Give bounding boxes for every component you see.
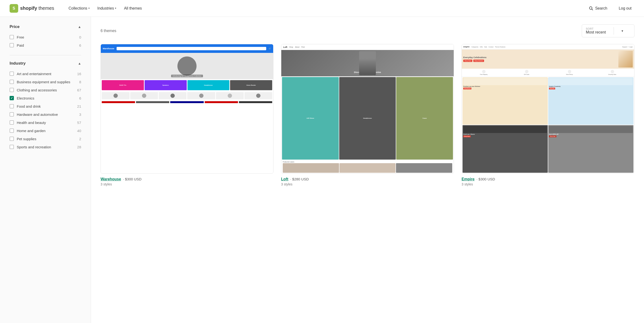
theme-name[interactable]: Warehouse — [100, 177, 121, 181]
filter-divider — [10, 55, 81, 55]
checkbox-paid[interactable] — [10, 43, 14, 47]
sort-divider — [614, 27, 614, 35]
price-filter-section: Price ▲ Free 0 Paid 6 — [10, 24, 81, 49]
filter-pets[interactable]: Pet supplies 2 — [10, 135, 81, 143]
theme-title-row: Warehouse · $300 USD — [100, 177, 274, 181]
filter-food[interactable]: Food and drink 21 — [10, 102, 81, 110]
chevron-down-icon: ▾ — [115, 7, 116, 10]
search-icon — [589, 6, 593, 10]
filter-home[interactable]: Home and garden 40 — [10, 127, 81, 135]
search-button[interactable]: Search — [586, 4, 610, 12]
checkbox-health[interactable] — [10, 120, 14, 125]
theme-name[interactable]: Empire — [462, 177, 474, 181]
svg-text:S: S — [13, 6, 15, 10]
loft-preview: Loft ShopAboutFind Discover tech accesso… — [281, 44, 454, 173]
filter-hardware[interactable]: Hardware and automotive 3 — [10, 110, 81, 118]
theme-styles: 3 styles — [100, 182, 274, 186]
shopify-logo-icon: S — [10, 4, 18, 13]
loft-featured: Featured cases — [281, 160, 454, 173]
logo-text: shopify themes — [20, 5, 54, 11]
warehouse-preview: Warehouse 🛒 Introducing the Headphones C… — [101, 44, 273, 173]
filter-health[interactable]: Health and beauty 57 — [10, 118, 81, 127]
page-layout: Price ▲ Free 0 Paid 6 Industry ▲ — [0, 17, 644, 323]
theme-thumbnail-loft: Loft ShopAboutFind Discover tech accesso… — [281, 44, 454, 174]
checkbox-art[interactable] — [10, 71, 14, 76]
theme-title-row: Loft · $280 USD — [281, 177, 454, 181]
filter-sports[interactable]: Sports and recreation 28 — [10, 143, 81, 151]
themes-count: 6 themes — [100, 29, 116, 33]
checkbox-hardware[interactable] — [10, 112, 14, 116]
chevron-up-icon: ▲ — [78, 61, 81, 65]
theme-card-warehouse[interactable]: Warehouse 🛒 Introducing the Headphones C… — [100, 44, 274, 186]
checkbox-pets[interactable] — [10, 137, 14, 141]
theme-card-loft[interactable]: Loft ShopAboutFind Discover tech accesso… — [281, 44, 454, 186]
theme-info-warehouse: Warehouse · $300 USD 3 styles — [100, 177, 274, 186]
theme-styles: 3 styles — [281, 182, 454, 186]
filter-free[interactable]: Free 0 — [10, 33, 81, 41]
main-nav: Collections ▾ Industries ▾ All themes — [66, 4, 586, 12]
theme-info-empire: Empire · $300 USD 3 styles — [462, 177, 634, 186]
logo[interactable]: S shopify themes — [10, 4, 54, 13]
main-content: 6 themes Sort Most recent ▾ Warehouse — [91, 17, 644, 323]
wh-hero: Introducing the Headphones Collection — [101, 53, 273, 79]
site-header: S shopify themes Collections ▾ Industrie… — [0, 0, 644, 17]
theme-thumbnail-empire: empire CategoriesGiftsSaleContactTheme F… — [462, 44, 634, 174]
theme-info-loft: Loft · $280 USD 3 styles — [281, 177, 454, 186]
theme-name[interactable]: Loft — [281, 177, 288, 181]
filter-clothing[interactable]: Clothing and accessories 67 — [10, 86, 81, 94]
chevron-down-icon: ▾ — [88, 7, 90, 10]
sort-label-group: Sort Most recent — [586, 27, 606, 34]
loft-header: Loft ShopAboutFind — [281, 44, 454, 50]
chevron-down-icon: ▾ — [622, 29, 623, 33]
nav-all-themes[interactable]: All themes — [121, 4, 145, 12]
theme-styles: 3 styles — [462, 182, 634, 186]
wh-products — [101, 91, 273, 100]
theme-price: · $280 USD — [290, 177, 309, 181]
empire-preview: empire CategoriesGiftsSaleContactTheme F… — [462, 44, 634, 173]
checkbox-clothing[interactable] — [10, 88, 14, 92]
svg-line-3 — [592, 9, 593, 10]
wh-brands — [101, 100, 273, 104]
checkbox-food[interactable] — [10, 104, 14, 108]
filter-art-entertainment[interactable]: Art and entertainment 16 — [10, 70, 81, 78]
checkbox-electronics[interactable] — [10, 96, 14, 100]
emp-sections: Freshen up your Kitchen Shop Brand Inspi… — [462, 76, 634, 173]
wh-header: Warehouse 🛒 — [101, 44, 273, 53]
theme-price: · $300 USD — [476, 177, 495, 181]
loft-grid: LED Shoes Headphones Cases — [281, 76, 454, 160]
emp-header: empire CategoriesGiftsSaleContactTheme F… — [462, 44, 634, 49]
wh-categories: OLED TVs Speakers Headphones Home Render — [101, 79, 273, 91]
theme-card-empire[interactable]: empire CategoriesGiftsSaleContactTheme F… — [462, 44, 634, 186]
theme-title-row: Empire · $300 USD — [462, 177, 634, 181]
content-header: 6 themes Sort Most recent ▾ — [100, 24, 634, 37]
industry-filter-header[interactable]: Industry ▲ — [10, 61, 81, 66]
filter-electronics[interactable]: Electronics 6 — [10, 94, 81, 102]
theme-price: · $300 USD — [123, 177, 142, 181]
nav-industries[interactable]: Industries ▾ — [94, 4, 119, 12]
logout-button[interactable]: Log out — [616, 4, 634, 12]
header-actions: Search Log out — [586, 4, 634, 12]
emp-icons: Free Shipping Gift Cards Store Pickup — [462, 69, 634, 76]
checkbox-business[interactable] — [10, 80, 14, 84]
themes-grid: Warehouse 🛒 Introducing the Headphones C… — [100, 44, 634, 186]
checkbox-sports[interactable] — [10, 145, 14, 149]
nav-collections[interactable]: Collections ▾ — [66, 4, 92, 12]
checkbox-free[interactable] — [10, 35, 14, 39]
sidebar: Price ▲ Free 0 Paid 6 Industry ▲ — [0, 17, 91, 323]
industry-filter-section: Industry ▲ Art and entertainment 16 Busi… — [10, 61, 81, 151]
loft-hero: Discover tech accessories in a whole new… — [281, 50, 454, 76]
filter-paid[interactable]: Paid 6 — [10, 41, 81, 49]
theme-thumbnail-warehouse: Warehouse 🛒 Introducing the Headphones C… — [100, 44, 274, 174]
chevron-up-icon: ▲ — [78, 25, 81, 29]
checkbox-home[interactable] — [10, 128, 14, 133]
emp-banner: Everyday Celebrations Shop Now Shop Kitc… — [462, 49, 634, 69]
filter-business[interactable]: Business equipment and supplies 8 — [10, 78, 81, 86]
price-filter-header[interactable]: Price ▲ — [10, 24, 81, 29]
sort-dropdown[interactable]: Sort Most recent ▾ — [582, 24, 634, 37]
